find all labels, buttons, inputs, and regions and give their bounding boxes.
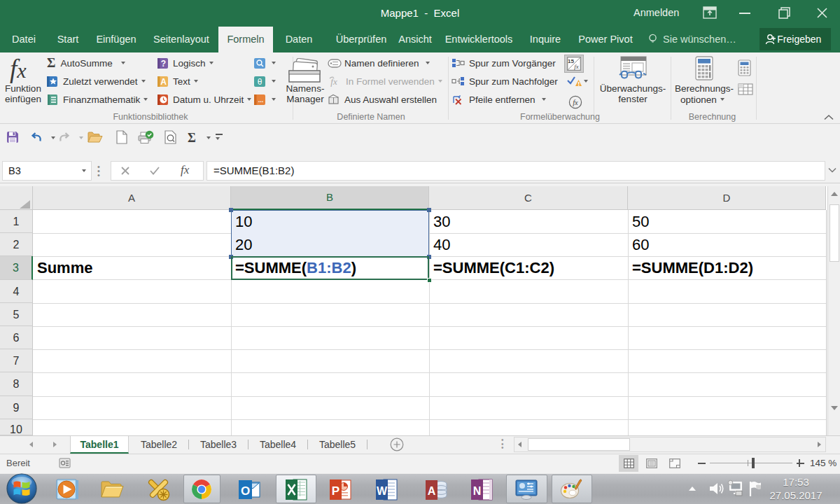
svg-text:A: A [428,485,436,497]
svg-text:15: 15 [568,58,574,64]
svg-text:A: A [160,77,167,87]
svg-text:θ: θ [258,77,262,87]
svg-text:?: ? [161,59,166,69]
svg-text:fx: fx [330,76,337,87]
svg-text:N: N [473,485,482,497]
svg-text:O: O [241,484,250,498]
svg-text:W: W [377,485,388,497]
svg-text:fx: fx [573,99,578,106]
svg-text:...: ... [258,96,264,103]
svg-text:fx: fx [574,63,579,70]
svg-text:P: P [332,484,340,498]
